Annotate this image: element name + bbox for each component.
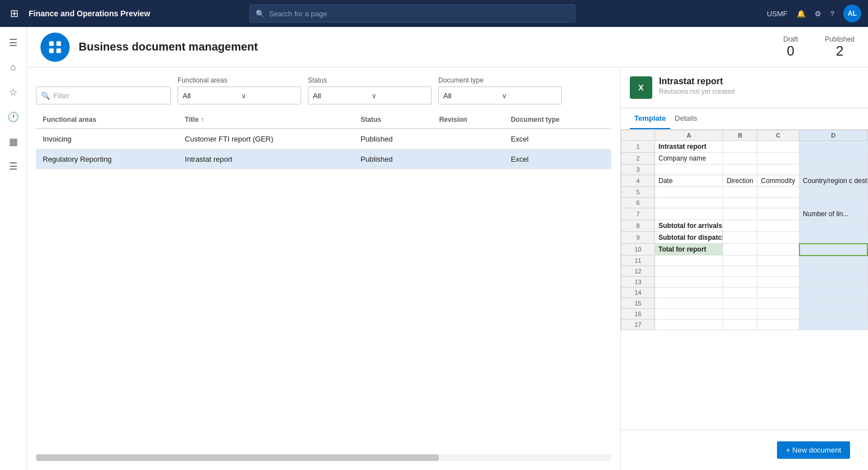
col-revision: Revision xyxy=(433,111,505,129)
published-stat: Published 2 xyxy=(825,35,855,59)
detail-header: X Intrastat report Revisions not yet cre… xyxy=(621,67,868,108)
waffle-icon[interactable]: ⊞ xyxy=(7,4,22,23)
detail-subtitle: Revisions not yet created xyxy=(659,88,735,95)
new-document-button[interactable]: + New document xyxy=(777,441,850,459)
chevron-down-icon-2: ∨ xyxy=(371,92,426,100)
page-icon xyxy=(40,33,70,62)
excel-row: 3 xyxy=(621,165,868,175)
avatar[interactable]: AL xyxy=(843,4,861,22)
filter-search[interactable]: 🔍 xyxy=(36,86,171,104)
excel-row: 10Total for report xyxy=(621,244,868,255)
excel-row: 13 xyxy=(621,277,868,288)
excel-row: 5 xyxy=(621,187,868,198)
col-status: Status xyxy=(354,111,433,129)
sidebar-recent-icon[interactable]: 🕐 xyxy=(2,106,25,128)
tab-details[interactable]: Details xyxy=(670,108,702,129)
status-value: All xyxy=(313,92,368,100)
filter-input[interactable] xyxy=(53,92,166,100)
draft-stat: Draft 0 xyxy=(783,35,798,59)
functional-areas-filter: Functional areas All ∨ xyxy=(178,76,301,104)
excel-spreadsheet: ABCD1Intrastat report2Company name34Date… xyxy=(621,130,868,330)
excel-icon: X xyxy=(630,76,652,99)
excel-row: 14 xyxy=(621,288,868,298)
detail-title-area: Intrastat report Revisions not yet creat… xyxy=(659,76,735,95)
draft-label: Draft xyxy=(783,35,798,43)
excel-row: 2Company name xyxy=(621,153,868,165)
horizontal-scrollbar[interactable] xyxy=(36,454,611,461)
excel-row: 7Number of lin... xyxy=(621,208,868,220)
sidebar-workspaces-icon[interactable]: ▦ xyxy=(2,130,25,153)
detail-title: Intrastat report xyxy=(659,76,735,86)
svg-rect-2 xyxy=(49,48,54,53)
status-filter: Status All ∨ xyxy=(308,76,431,104)
search-input[interactable] xyxy=(269,10,569,18)
page-header: Business document management Draft 0 Pub… xyxy=(27,27,868,67)
excel-row: 9Subtotal for dispatches xyxy=(621,232,868,244)
page-stats: Draft 0 Published 2 xyxy=(783,35,855,59)
filter-row: 🔍 Functional areas All ∨ Status All ∨ xyxy=(36,76,611,104)
table-row[interactable]: InvoicingCustomer FTI report (GER)Publis… xyxy=(36,129,611,149)
excel-row: 4DateDirectionCommodityCountry/region c … xyxy=(621,175,868,187)
published-label: Published xyxy=(825,35,855,43)
excel-row: 16 xyxy=(621,309,868,320)
functional-areas-value: All xyxy=(183,92,238,100)
page-title: Business document management xyxy=(79,40,258,53)
table-row[interactable]: Regulatory ReportingIntrastat reportPubl… xyxy=(36,149,611,170)
document-type-select[interactable]: All ∨ xyxy=(438,86,562,104)
col-document-type: Document type xyxy=(504,111,611,129)
sidebar-list-icon[interactable]: ☰ xyxy=(2,155,25,177)
sidebar-favorites-icon[interactable]: ☆ xyxy=(2,81,25,103)
scrollbar-thumb xyxy=(36,454,439,461)
excel-row: 17 xyxy=(621,320,868,330)
search-icon: 🔍 xyxy=(256,10,265,18)
sidebar: ☰ ⌂ ☆ 🕐 ▦ ☰ xyxy=(0,27,27,470)
draft-count: 0 xyxy=(783,43,798,59)
search-bar[interactable]: 🔍 xyxy=(249,4,575,22)
topbar-right: USMF 🔔 ⚙ ? AL xyxy=(767,4,861,22)
main-content: Business document management Draft 0 Pub… xyxy=(27,27,868,470)
functional-areas-label: Functional areas xyxy=(178,76,301,84)
document-type-label: Document type xyxy=(438,76,562,84)
excel-row: 1Intrastat report xyxy=(621,141,868,153)
col-functional-areas: Functional areas xyxy=(36,111,178,129)
app-title: Finance and Operations Preview xyxy=(29,9,150,18)
content-area: 🔍 Functional areas All ∨ Status All ∨ xyxy=(27,67,868,470)
chevron-down-icon-3: ∨ xyxy=(502,92,557,100)
svg-rect-1 xyxy=(56,41,61,45)
help-icon[interactable]: ? xyxy=(830,10,834,18)
sidebar-menu-icon[interactable]: ☰ xyxy=(2,31,25,54)
svg-rect-0 xyxy=(49,41,54,45)
published-count: 2 xyxy=(825,43,855,59)
excel-preview: ABCD1Intrastat report2Company name34Date… xyxy=(621,130,868,430)
col-title[interactable]: Title ↑ xyxy=(178,111,354,129)
functional-areas-select[interactable]: All ∨ xyxy=(178,86,301,104)
documents-table: Functional areas Title ↑ Status Revision… xyxy=(36,111,611,170)
status-select[interactable]: All ∨ xyxy=(308,86,431,104)
notification-icon[interactable]: 🔔 xyxy=(797,10,806,18)
chevron-down-icon: ∨ xyxy=(241,92,296,100)
detail-panel: X Intrastat report Revisions not yet cre… xyxy=(621,67,868,470)
topbar: ⊞ Finance and Operations Preview 🔍 USMF … xyxy=(0,0,868,27)
company-selector[interactable]: USMF xyxy=(767,10,788,18)
settings-icon[interactable]: ⚙ xyxy=(815,10,821,18)
filter-search-icon: 🔍 xyxy=(41,92,50,100)
svg-rect-3 xyxy=(56,48,61,53)
status-label: Status xyxy=(308,76,431,84)
sidebar-home-icon[interactable]: ⌂ xyxy=(2,56,25,79)
tab-template[interactable]: Template xyxy=(630,108,670,129)
document-type-value: All xyxy=(443,92,498,100)
excel-row: 15 xyxy=(621,298,868,309)
excel-row: 11 xyxy=(621,255,868,266)
excel-row: 8Subtotal for arrivals xyxy=(621,220,868,232)
excel-row: 6 xyxy=(621,198,868,208)
list-panel: 🔍 Functional areas All ∨ Status All ∨ xyxy=(27,67,621,470)
excel-row: 12 xyxy=(621,266,868,277)
detail-tabs: Template Details xyxy=(621,108,868,130)
detail-footer: + New document xyxy=(621,430,868,470)
document-type-filter: Document type All ∨ xyxy=(438,76,562,104)
